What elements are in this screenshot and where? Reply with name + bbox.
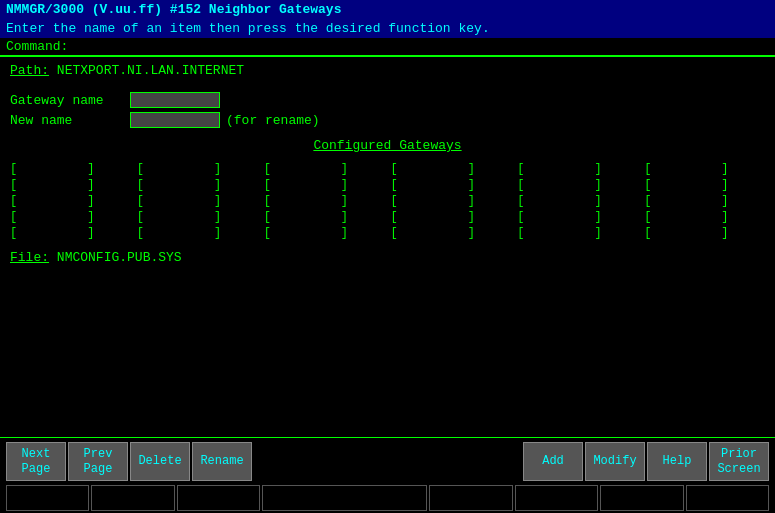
bracket-left: [ [517,178,524,192]
gateway-item-1-1[interactable]: [] [137,177,258,192]
new-name-input[interactable] [130,112,220,128]
gateway-name-row: Gateway name [10,92,765,108]
bracket-right: ] [87,162,94,176]
gateway-item-5-4[interactable]: [] [644,225,765,240]
bracket-right: ] [468,178,475,192]
bracket-right: ] [87,226,94,240]
bracket-right: ] [341,178,348,192]
prior-screen-button[interactable]: PriorScreen [709,442,769,481]
gateway-item-1-4[interactable]: [] [137,225,258,240]
gateway-item-1-3[interactable]: [] [137,209,258,224]
modify-button[interactable]: Modify [585,442,645,481]
bracket-left: [ [264,210,271,224]
gateway-item-3-0[interactable]: [] [390,161,511,176]
prev-page-button[interactable]: PrevPage [68,442,128,481]
bracket-right: ] [214,162,221,176]
bracket-right: ] [595,194,602,208]
bracket-left: [ [644,210,651,224]
path-value: NETXPORT.NI.LAN.INTERNET [57,63,244,78]
status-text: Enter the name of an item then press the… [6,21,490,36]
gateway-grid: [][][][][][][][][][][][][][][][][][][][]… [10,161,765,240]
bracket-left: [ [137,178,144,192]
bracket-right: ] [721,226,728,240]
gateway-item-2-4[interactable]: [] [264,225,385,240]
gateway-item-5-2[interactable]: [] [644,193,765,208]
gateway-item-4-2[interactable]: [] [517,193,638,208]
bracket-left: [ [264,194,271,208]
gateway-item-0-3[interactable]: [] [10,209,131,224]
gateway-item-4-0[interactable]: [] [517,161,638,176]
bracket-right: ] [595,178,602,192]
gateway-item-0-4[interactable]: [] [10,225,131,240]
bracket-left: [ [10,178,17,192]
gateway-item-2-3[interactable]: [] [264,209,385,224]
path-label: Path: [10,63,49,78]
gateway-item-3-2[interactable]: [] [390,193,511,208]
file-label: File: [10,250,49,265]
gateway-item-0-0[interactable]: [] [10,161,131,176]
button-spacer [254,442,521,481]
gateway-item-2-0[interactable]: [] [264,161,385,176]
command-label: Command: [6,39,68,54]
bracket-right: ] [214,194,221,208]
bottom-cell-1 [6,485,89,511]
gateway-name-label: Gateway name [10,93,130,108]
bracket-right: ] [341,162,348,176]
gateway-item-4-3[interactable]: [] [517,209,638,224]
rename-suffix: (for rename) [226,113,320,128]
gateway-column-1: [][][][][] [137,161,258,240]
new-name-label: New name [10,113,130,128]
configured-gateways-title: Configured Gateways [10,138,765,153]
gateway-item-4-4[interactable]: [] [517,225,638,240]
bracket-left: [ [264,162,271,176]
button-bar: NextPagePrevPageDeleteRenameAddModifyHel… [0,437,775,483]
add-button[interactable]: Add [523,442,583,481]
bracket-left: [ [517,226,524,240]
bracket-right: ] [468,162,475,176]
bracket-right: ] [721,178,728,192]
status-bar: Enter the name of an item then press the… [0,19,775,38]
gateway-item-4-1[interactable]: [] [517,177,638,192]
bottom-cell-4 [262,485,427,511]
bottom-cell-5 [429,485,512,511]
screen: NMMGR/3000 (V.uu.ff) #152 Neighbor Gatew… [0,0,775,513]
gateway-item-0-2[interactable]: [] [10,193,131,208]
gateway-item-5-0[interactable]: [] [644,161,765,176]
gateway-item-3-1[interactable]: [] [390,177,511,192]
help-button[interactable]: Help [647,442,707,481]
bracket-left: [ [137,194,144,208]
bracket-right: ] [214,210,221,224]
bracket-left: [ [390,178,397,192]
bracket-right: ] [341,194,348,208]
rename-button[interactable]: Rename [192,442,252,481]
gateway-item-2-1[interactable]: [] [264,177,385,192]
bracket-right: ] [595,162,602,176]
bracket-right: ] [595,226,602,240]
gateway-item-5-1[interactable]: [] [644,177,765,192]
gateway-column-5: [][][][][] [644,161,765,240]
gateway-item-1-0[interactable]: [] [137,161,258,176]
gateway-item-3-4[interactable]: [] [390,225,511,240]
gateway-item-5-3[interactable]: [] [644,209,765,224]
file-line: File: NMCONFIG.PUB.SYS [10,250,765,265]
next-page-button[interactable]: NextPage [6,442,66,481]
bracket-right: ] [341,210,348,224]
bracket-right: ] [87,194,94,208]
gateway-item-1-2[interactable]: [] [137,193,258,208]
gateway-name-input[interactable] [130,92,220,108]
gateway-column-2: [][][][][] [264,161,385,240]
bottom-bar [0,483,775,513]
gateway-item-3-3[interactable]: [] [390,209,511,224]
gateway-item-2-2[interactable]: [] [264,193,385,208]
main-content: Path: NETXPORT.NI.LAN.INTERNET Gateway n… [0,57,775,437]
gateway-column-0: [][][][][] [10,161,131,240]
bracket-right: ] [468,210,475,224]
bottom-cell-7 [600,485,683,511]
title-text: NMMGR/3000 (V.uu.ff) #152 Neighbor Gatew… [6,2,341,17]
gateway-item-0-1[interactable]: [] [10,177,131,192]
bracket-left: [ [264,226,271,240]
delete-button[interactable]: Delete [130,442,190,481]
bracket-left: [ [10,194,17,208]
bracket-left: [ [644,226,651,240]
gateway-column-3: [][][][][] [390,161,511,240]
